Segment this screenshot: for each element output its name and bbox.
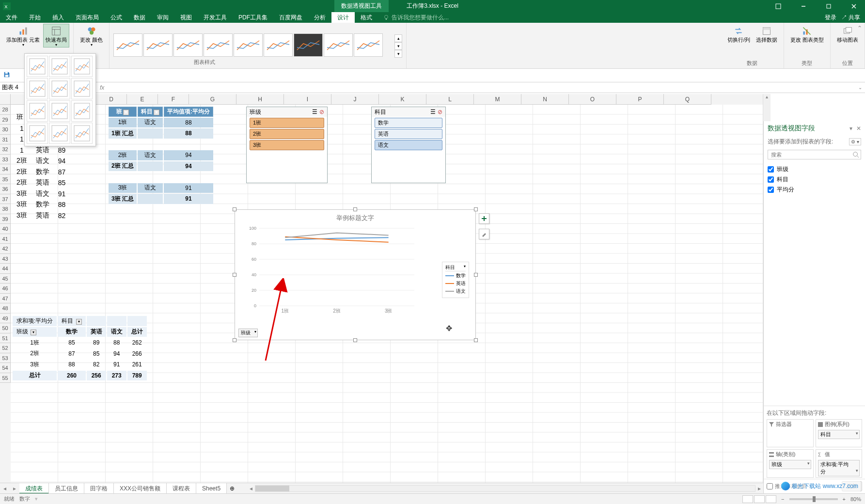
layout-option[interactable] — [49, 100, 70, 122]
new-sheet-button[interactable]: ⊕ — [227, 485, 237, 492]
field-checkbox[interactable] — [768, 166, 774, 173]
sheet-tab[interactable]: 成绩表 — [19, 483, 49, 494]
expand-formula-bar-icon[interactable]: ⌄ — [858, 85, 865, 90]
style-scroll-up[interactable]: ▴ — [394, 34, 402, 42]
ribbon-tab-PDF工具集[interactable]: PDF工具集 — [233, 12, 273, 23]
slicer-item[interactable]: 3班 — [250, 140, 324, 150]
maximize-button[interactable] — [818, 0, 840, 12]
save-icon[interactable] — [3, 71, 11, 80]
page-layout-view-button[interactable] — [754, 495, 765, 503]
chart-style-thumb[interactable] — [204, 33, 233, 57]
minimize-button[interactable] — [792, 0, 815, 12]
normal-view-button[interactable] — [742, 495, 753, 503]
layout-option[interactable] — [71, 78, 93, 99]
slicer-item[interactable]: 数学 — [375, 118, 442, 128]
column-headers[interactable]: DEFGHIJKLMNOPQ — [11, 94, 763, 105]
ribbon-tab-格式[interactable]: 格式 — [355, 12, 378, 23]
chart-style-thumb[interactable] — [234, 33, 263, 57]
layout-option[interactable] — [49, 78, 70, 99]
clear-filter-icon[interactable]: ⊘ — [438, 109, 442, 115]
pill-legend[interactable]: 科目 — [818, 430, 860, 439]
tell-me-box[interactable]: 告诉我您想要做什么... — [383, 14, 449, 22]
close-button[interactable] — [843, 0, 865, 12]
worksheet-area[interactable]: DEFGHIJKLMNOPQ 2829303132333435363738394… — [0, 94, 763, 493]
pivotchart-fields-pane[interactable]: 数据透视图字段 ▾✕ 选择要添加到报表的字段: ⚙ ▾ 班级科目平均分 在以下区… — [763, 121, 865, 493]
tab-nav-first[interactable]: ◂ — [0, 485, 10, 492]
sheet-tab[interactable]: 员工信息 — [49, 483, 84, 494]
add-chart-element-button[interactable]: 添加图表 元素▾ — [4, 24, 42, 47]
search-input[interactable] — [768, 150, 861, 159]
field-list[interactable]: 班级科目平均分 — [764, 161, 865, 198]
layout-option[interactable] — [71, 123, 93, 144]
horizontal-scrollbar[interactable]: ◂▸ — [237, 485, 763, 492]
zoom-level[interactable]: 80% — [850, 496, 861, 502]
change-chart-type-button[interactable]: 更改 图表类型 — [788, 24, 826, 43]
chart-style-thumb[interactable] — [143, 33, 173, 57]
layout-option[interactable] — [49, 123, 70, 144]
layout-option[interactable] — [71, 100, 93, 122]
slicer-item[interactable]: 1班 — [250, 118, 324, 128]
ribbon-tab-审阅[interactable]: 审阅 — [151, 12, 174, 23]
sheet-tab[interactable]: 课程表 — [167, 483, 196, 494]
layout-option[interactable] — [71, 56, 93, 77]
chart-style-thumb[interactable] — [113, 33, 142, 57]
search-icon[interactable] — [852, 151, 859, 158]
chart-styles-gallery[interactable] — [113, 32, 394, 61]
area-legend[interactable]: 图例(系列) 科目 — [816, 419, 863, 447]
field-checkbox[interactable] — [768, 176, 774, 183]
ribbon-tab-视图[interactable]: 视图 — [174, 12, 198, 23]
ribbon-tab-分析[interactable]: 分析 — [308, 12, 331, 23]
chart-style-thumb[interactable] — [324, 33, 353, 57]
multi-select-icon[interactable]: ☰ — [312, 109, 317, 115]
field-label[interactable]: 班级 — [777, 165, 788, 173]
pill-values[interactable]: 求和项:平均分 — [818, 460, 860, 476]
field-checkbox[interactable] — [768, 187, 774, 193]
clear-filter-icon[interactable]: ⊘ — [319, 109, 324, 115]
chart-legend[interactable]: 科目▾ 数学英语语文 — [442, 262, 469, 298]
layout-option[interactable] — [27, 100, 48, 122]
switch-row-column-button[interactable]: 切换行/列 — [725, 24, 753, 43]
chart-style-thumb[interactable] — [354, 33, 383, 57]
area-values[interactable]: Σ值 求和项:平均分 — [816, 449, 863, 478]
area-filters[interactable]: 筛选器 — [767, 419, 814, 447]
style-scroll-down[interactable]: ▾ — [394, 42, 402, 50]
tab-nav-prev[interactable]: ▸ — [10, 485, 19, 492]
style-more[interactable]: ▾ — [394, 50, 402, 58]
field-label[interactable]: 科目 — [777, 175, 788, 184]
chart-style-thumb[interactable] — [173, 33, 203, 57]
ribbon-tab-数据[interactable]: 数据 — [128, 12, 151, 23]
chart-axis-field-button[interactable]: 班级 — [238, 329, 258, 337]
select-all-corner[interactable] — [0, 94, 11, 105]
defer-update-checkbox[interactable] — [767, 483, 773, 489]
quick-layout-button[interactable]: 快速布局▾ — [43, 24, 69, 47]
share-button[interactable]: ↗ 共享 — [841, 14, 860, 22]
ribbon-tab-插入[interactable]: 插入 — [47, 12, 70, 23]
chart-style-thumb[interactable] — [294, 33, 323, 57]
ribbon-tab-文件[interactable]: 文件 — [0, 12, 23, 23]
row-headers[interactable]: 2829303132333435363738394041424344454647… — [0, 105, 11, 483]
ribbon-tab-页面布局[interactable]: 页面布局 — [70, 12, 105, 23]
zoom-slider[interactable] — [789, 498, 838, 500]
ribbon-tab-设计[interactable]: 设计 — [331, 12, 355, 23]
field-label[interactable]: 平均分 — [777, 186, 794, 194]
layout-option[interactable] — [27, 56, 48, 77]
chart-elements-plus-icon[interactable] — [479, 213, 489, 224]
gear-icon[interactable]: ⚙ ▾ — [849, 138, 861, 145]
pivot-chart[interactable]: 举例标题文字 0204060801001班2班3班 科目▾ 数学英语语文 班级 — [235, 209, 476, 340]
move-chart-button[interactable]: 移动图表 — [834, 24, 861, 43]
slicer-item[interactable]: 英语 — [375, 129, 442, 139]
sheet-tab[interactable]: XXX公司销售额 — [114, 483, 167, 494]
field-search[interactable] — [768, 150, 861, 159]
layout-option[interactable] — [49, 56, 70, 77]
layout-option[interactable] — [27, 78, 48, 99]
slicer-item[interactable]: 语文 — [375, 140, 442, 150]
ribbon-tab-百度网盘[interactable]: 百度网盘 — [273, 12, 308, 23]
select-data-button[interactable]: 选择数据 — [754, 24, 780, 43]
change-colors-button[interactable]: 更改 颜色▾ — [78, 24, 105, 47]
ribbon-tab-公式[interactable]: 公式 — [105, 12, 128, 23]
login-link[interactable]: 登录 — [825, 14, 836, 22]
zoom-out-icon[interactable]: − — [781, 496, 784, 502]
area-axis[interactable]: 轴(类别) 班级 — [767, 449, 814, 478]
multi-select-icon[interactable]: ☰ — [430, 109, 436, 115]
slicer-class[interactable]: 班级 ☰⊘ 1班2班3班 — [246, 107, 328, 183]
